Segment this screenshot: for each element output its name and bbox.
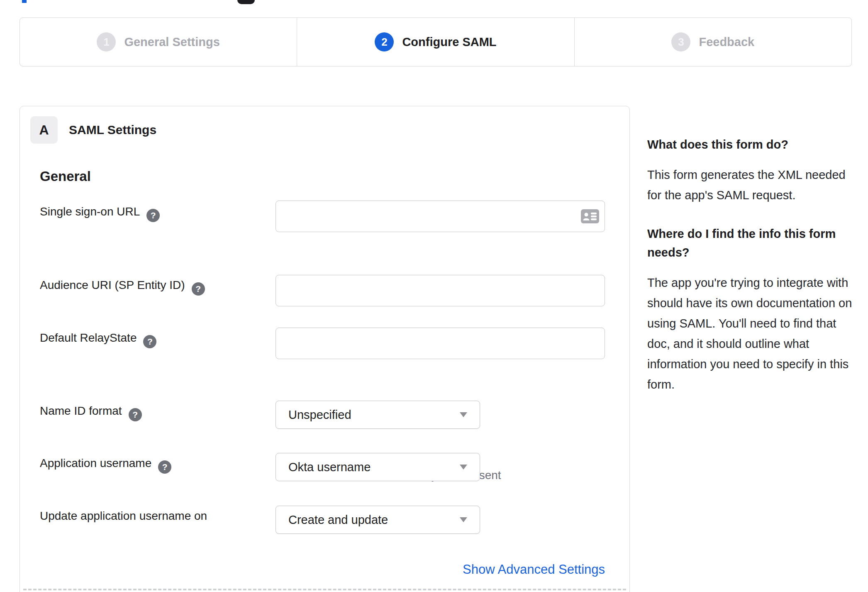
sidebar-heading-what: What does this form do? xyxy=(647,135,857,154)
help-sidebar: What does this form do? This form genera… xyxy=(647,135,857,414)
audience-uri-input[interactable] xyxy=(276,275,605,306)
relay-state-input[interactable] xyxy=(276,328,605,359)
contact-card-icon[interactable] xyxy=(581,209,599,223)
sidebar-body-what: This form generates the XML needed for t… xyxy=(647,165,857,205)
chevron-down-icon xyxy=(460,517,467,522)
wizard-stepper: 1 General Settings 2 Configure SAML 3 Fe… xyxy=(20,17,852,66)
chevron-down-icon xyxy=(460,465,467,470)
application-username-select[interactable]: Okta username xyxy=(276,453,480,481)
help-icon[interactable]: ? xyxy=(192,282,205,296)
step-label: Configure SAML xyxy=(402,35,496,49)
name-id-format-select[interactable]: Unspecified xyxy=(276,401,480,429)
chevron-down-icon xyxy=(460,412,467,417)
screen: 1 General Settings 2 Configure SAML 3 Fe… xyxy=(0,0,868,592)
update-username-label: Update application username on xyxy=(40,509,207,523)
name-id-format-label: Name ID format? xyxy=(40,404,142,421)
general-heading: General xyxy=(40,169,91,184)
selected-value: Okta username xyxy=(288,460,371,474)
step-label: Feedback xyxy=(699,35,754,49)
step-general-settings[interactable]: 1 General Settings xyxy=(20,18,297,66)
section-letter-badge: A xyxy=(30,116,58,144)
application-username-label: Application username? xyxy=(40,457,171,474)
panel-title: SAML Settings xyxy=(69,116,156,144)
selected-value: Unspecified xyxy=(288,408,351,422)
audience-uri-label: Audience URI (SP Entity ID)? xyxy=(40,279,205,296)
sso-url-input[interactable] xyxy=(276,201,605,232)
step-label: General Settings xyxy=(124,35,219,49)
page-title-fragment xyxy=(22,0,27,3)
help-icon[interactable]: ? xyxy=(129,408,142,421)
update-username-select[interactable]: Create and update xyxy=(276,506,480,534)
help-icon[interactable]: ? xyxy=(158,460,171,474)
sidebar-body-where: The app you're trying to integrate with … xyxy=(647,273,857,395)
step-feedback[interactable]: 3 Feedback xyxy=(574,18,851,66)
step-configure-saml[interactable]: 2 Configure SAML xyxy=(297,18,574,66)
section-dashed-divider xyxy=(23,589,626,590)
saml-settings-panel: A SAML Settings General Single sign-on U… xyxy=(20,106,630,592)
help-icon[interactable]: ? xyxy=(146,209,160,222)
selected-value: Create and update xyxy=(288,513,388,527)
step-number-badge: 2 xyxy=(375,32,394,51)
help-icon[interactable]: ? xyxy=(143,335,156,348)
sso-url-label: Single sign-on URL? xyxy=(40,205,160,222)
step-number-badge: 1 xyxy=(97,32,116,51)
relay-state-label: Default RelayState? xyxy=(40,331,156,348)
step-number-badge: 3 xyxy=(671,32,690,51)
app-logo-fragment xyxy=(237,0,255,4)
sidebar-heading-where: Where do I find the info this form needs… xyxy=(647,225,857,262)
show-advanced-settings-link[interactable]: Show Advanced Settings xyxy=(276,562,605,577)
